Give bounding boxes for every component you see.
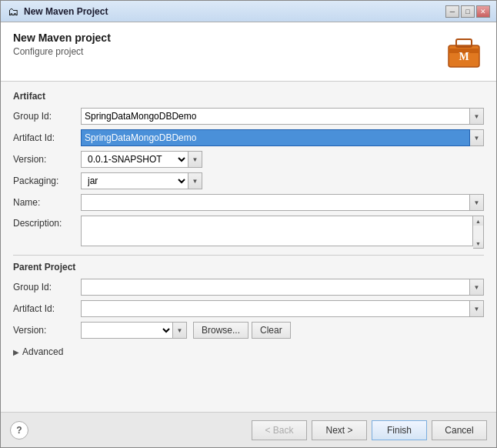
- name-dropdown-btn[interactable]: ▼: [470, 194, 484, 211]
- footer-buttons: < Back Next > Finish Cancel: [252, 420, 487, 440]
- window-icon: 🗂: [7, 5, 19, 18]
- title-bar: 🗂 New Maven Project ─ □ ✕: [1, 1, 496, 22]
- parent-group-id-input[interactable]: [81, 279, 470, 296]
- parent-group-id-dropdown-btn[interactable]: ▼: [470, 279, 484, 296]
- packaging-input-wrap: jar ▼: [81, 172, 202, 189]
- artifact-id-input-wrap: ▼: [81, 129, 484, 146]
- parent-section: Parent Project Group Id: ▼ Artifact Id: …: [13, 262, 484, 339]
- version-dropdown-btn[interactable]: ▼: [188, 151, 202, 168]
- footer-area: ? < Back Next > Finish Cancel: [1, 412, 496, 447]
- description-scrollbar: ▲ ▼: [473, 216, 484, 249]
- version-label: Version:: [13, 154, 81, 165]
- version-row: Version: 0.0.1-SNAPSHOT ▼: [13, 151, 484, 168]
- parent-artifact-id-input-wrap: ▼: [81, 300, 484, 317]
- parent-group-id-input-wrap: ▼: [81, 279, 484, 296]
- artifact-id-input[interactable]: [81, 129, 470, 146]
- description-input-wrap: ▲ ▼: [81, 216, 484, 249]
- parent-artifact-id-dropdown-btn[interactable]: ▼: [470, 300, 484, 317]
- advanced-arrow-icon: ▶: [13, 348, 19, 356]
- maven-icon: M: [444, 32, 484, 72]
- parent-section-label: Parent Project: [13, 262, 484, 272]
- description-row: Description: ▲ ▼: [13, 216, 484, 249]
- parent-version-actions: Browse... Clear: [193, 322, 291, 339]
- description-label: Description:: [13, 216, 81, 229]
- parent-version-select[interactable]: [81, 322, 173, 339]
- svg-text:M: M: [459, 51, 469, 62]
- window-title: New Maven Project: [24, 6, 445, 17]
- artifact-id-label: Artifact Id:: [13, 132, 81, 143]
- group-id-label: Group Id:: [13, 111, 81, 122]
- clear-button[interactable]: Clear: [252, 322, 291, 339]
- cancel-button[interactable]: Cancel: [432, 420, 487, 440]
- header-text-area: New Maven project Configure project: [13, 32, 111, 57]
- parent-group-id-row: Group Id: ▼: [13, 279, 484, 296]
- main-window: 🗂 New Maven Project ─ □ ✕ New Maven proj…: [0, 0, 497, 448]
- parent-version-row: Version: ▼ Browse... Clear: [13, 322, 484, 339]
- group-id-dropdown-btn[interactable]: ▼: [470, 108, 484, 125]
- parent-group-id-label: Group Id:: [13, 282, 81, 293]
- packaging-label: Packaging:: [13, 176, 81, 186]
- help-button[interactable]: ?: [10, 421, 28, 440]
- parent-version-dropdown-btn[interactable]: ▼: [173, 322, 187, 339]
- description-textarea[interactable]: [81, 216, 473, 246]
- content-area: Artifact Group Id: ▼ Artifact Id: ▼ Vers…: [1, 82, 496, 412]
- dialog-subtitle: Configure project: [13, 46, 111, 57]
- finish-button[interactable]: Finish: [372, 420, 427, 440]
- parent-version-input-wrap: ▼: [81, 322, 187, 339]
- dialog-header: New Maven project Configure project M: [1, 22, 496, 82]
- name-input-wrap: ▼: [81, 194, 484, 211]
- browse-button[interactable]: Browse...: [193, 322, 248, 339]
- dialog-title: New Maven project: [13, 32, 111, 44]
- group-id-input-wrap: ▼: [81, 108, 484, 125]
- advanced-label: Advanced: [22, 346, 63, 357]
- next-button[interactable]: Next >: [312, 420, 367, 440]
- scroll-down-arrow[interactable]: ▼: [473, 239, 483, 248]
- parent-artifact-id-row: Artifact Id: ▼: [13, 300, 484, 317]
- version-input-wrap: 0.0.1-SNAPSHOT ▼: [81, 151, 202, 168]
- group-id-input[interactable]: [81, 108, 470, 125]
- packaging-row: Packaging: jar ▼: [13, 172, 484, 189]
- window-controls: ─ □ ✕: [445, 5, 490, 18]
- artifact-id-row: Artifact Id: ▼: [13, 129, 484, 146]
- name-label: Name:: [13, 197, 81, 208]
- group-id-row: Group Id: ▼: [13, 108, 484, 125]
- parent-version-label: Version:: [13, 325, 81, 336]
- section-divider: [13, 255, 484, 256]
- parent-artifact-id-input[interactable]: [81, 300, 470, 317]
- name-input[interactable]: [81, 194, 470, 211]
- advanced-section[interactable]: ▶ Advanced: [13, 343, 484, 360]
- scroll-up-arrow[interactable]: ▲: [473, 216, 483, 226]
- packaging-dropdown-btn[interactable]: ▼: [188, 172, 202, 189]
- name-row: Name: ▼: [13, 194, 484, 211]
- artifact-id-dropdown-btn[interactable]: ▼: [470, 129, 484, 146]
- version-select[interactable]: 0.0.1-SNAPSHOT: [81, 151, 188, 168]
- artifact-section-label: Artifact: [13, 91, 484, 102]
- close-button[interactable]: ✕: [476, 5, 490, 18]
- back-button[interactable]: < Back: [252, 420, 307, 440]
- maximize-button[interactable]: □: [461, 5, 475, 18]
- minimize-button[interactable]: ─: [445, 5, 459, 18]
- parent-artifact-id-label: Artifact Id:: [13, 303, 81, 314]
- packaging-select[interactable]: jar: [81, 172, 188, 189]
